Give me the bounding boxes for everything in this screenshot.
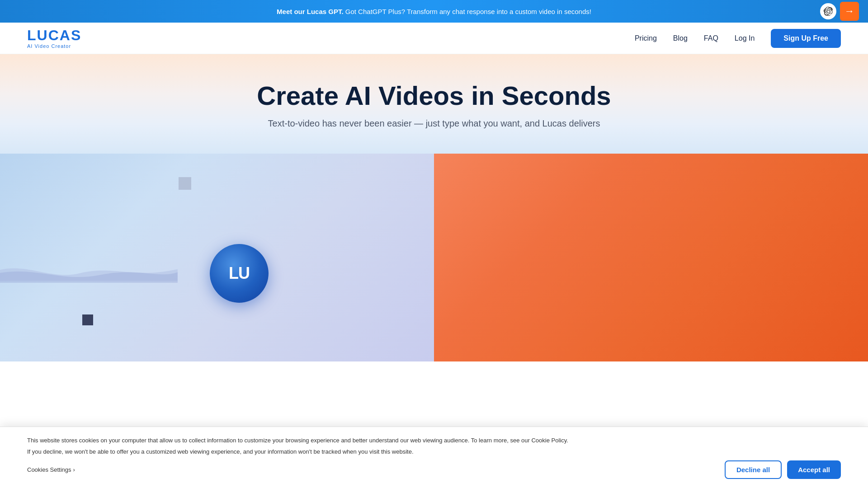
lu-logo-circle: LU xyxy=(210,244,269,303)
hero-section: Create AI Videos in Seconds Text-to-vide… xyxy=(0,54,868,154)
wave-decoration xyxy=(0,258,190,285)
logo-name: LUCAS xyxy=(27,28,81,42)
nav-login[interactable]: Log In xyxy=(735,34,755,42)
chatgpt-icon[interactable] xyxy=(820,3,836,19)
deco-rect-top xyxy=(179,177,191,190)
nav-faq[interactable]: FAQ xyxy=(704,34,718,42)
nav-links: Pricing Blog FAQ Log In Sign Up Free xyxy=(635,29,841,48)
banner-text: Meet our Lucas GPT. Got ChatGPT Plus? Tr… xyxy=(277,8,591,15)
navbar: LUCAS AI Video Creator Pricing Blog FAQ … xyxy=(0,23,868,54)
arrow-right-icon[interactable]: → xyxy=(840,2,859,21)
deco-rect-bottom xyxy=(82,314,93,325)
signup-button[interactable]: Sign Up Free xyxy=(771,29,841,48)
lu-logo-text: LU xyxy=(229,264,250,283)
video-area: LU xyxy=(0,154,868,361)
logo[interactable]: LUCAS AI Video Creator xyxy=(27,28,81,49)
video-right-panel xyxy=(434,154,868,361)
nav-pricing[interactable]: Pricing xyxy=(635,34,657,42)
top-banner: Meet our Lucas GPT. Got ChatGPT Plus? Tr… xyxy=(0,0,868,23)
banner-regular: Got ChatGPT Plus? Transform any chat res… xyxy=(344,8,591,15)
banner-icons: → xyxy=(820,2,859,21)
hero-title: Create AI Videos in Seconds xyxy=(9,81,859,110)
nav-blog[interactable]: Blog xyxy=(673,34,688,42)
hero-subtitle: Text-to-video has never been easier — ju… xyxy=(9,118,859,129)
logo-sub: AI Video Creator xyxy=(27,43,81,49)
banner-bold: Meet our Lucas GPT. xyxy=(277,8,344,15)
